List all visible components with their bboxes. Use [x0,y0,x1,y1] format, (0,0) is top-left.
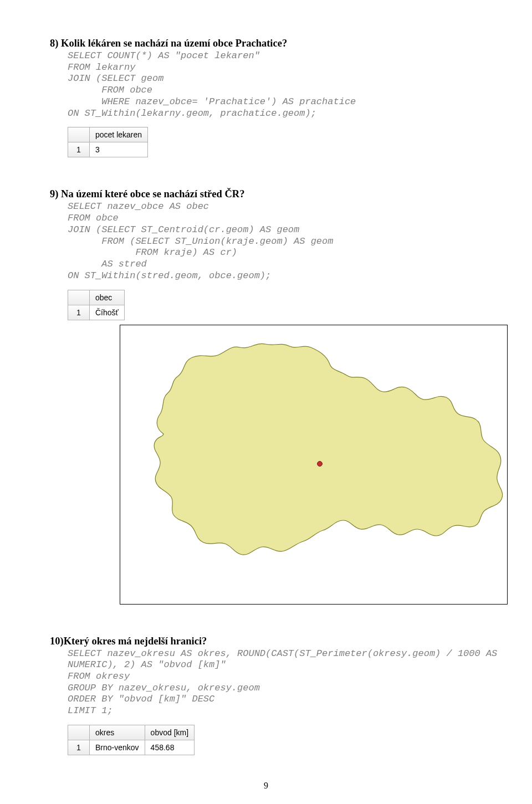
page-number: 9 [50,781,482,791]
question-9-sql: SELECT nazev_obce AS obec FROM obce JOIN… [68,201,482,281]
cell-value: Číhošť [90,305,125,320]
table-corner [68,290,90,305]
czech-republic-outline [154,344,502,555]
cell-value: 458.68 [145,740,194,755]
table-corner [68,127,90,142]
table-corner [68,725,90,740]
table-row: 1 3 [68,142,148,157]
column-header: obvod [km] [145,725,194,740]
row-number: 1 [68,740,90,755]
question-10-sql: SELECT nazev_okresu AS okres, ROUND(CAST… [68,648,482,717]
cell-value: Brno-venkov [90,740,145,755]
question-8-sql: SELECT COUNT(*) AS "pocet lekaren" FROM … [68,50,482,119]
question-8-heading: 8) Kolik lékáren se nachází na území obc… [50,38,482,49]
column-header: okres [90,725,145,740]
question-9-result-table: obec 1 Číhošť [68,290,125,320]
map-svg [120,325,508,605]
question-10-heading: 10)Který okres má nejdelší hranici? [50,636,482,647]
czech-republic-map [120,325,508,605]
row-number: 1 [68,305,90,320]
centroid-marker [318,461,323,466]
cell-value: 3 [90,142,148,157]
question-10-result-table: okres obvod [km] 1 Brno-venkov 458.68 [68,725,195,755]
table-row: 1 Brno-venkov 458.68 [68,740,195,755]
table-row: 1 Číhošť [68,305,125,320]
column-header: obec [90,290,125,305]
row-number: 1 [68,142,90,157]
question-8-result-table: pocet lekaren 1 3 [68,127,148,157]
question-9-heading: 9) Na území které obce se nachází střed … [50,188,482,200]
column-header: pocet lekaren [90,127,148,142]
